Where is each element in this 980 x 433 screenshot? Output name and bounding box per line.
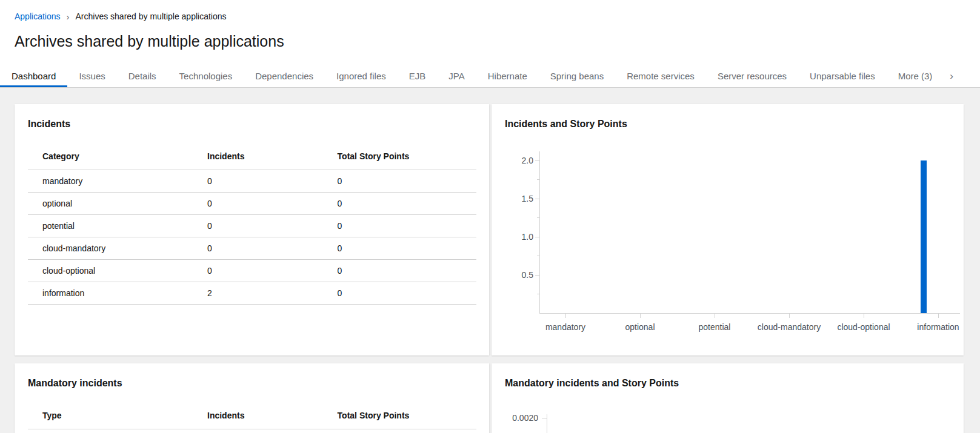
x-axis-tick xyxy=(864,314,864,318)
column-header-type: Type xyxy=(28,402,207,429)
table-row: information 2 0 xyxy=(28,282,476,304)
breadcrumb-link-applications[interactable]: Applications xyxy=(15,12,61,21)
cell-incidents: 2 xyxy=(207,282,338,304)
y-axis-line xyxy=(547,414,547,433)
table-header-row: Type Incidents Total Story Points xyxy=(28,402,476,429)
page-title: Archives shared by multiple applications xyxy=(15,33,284,50)
incidents-card: Incidents Category Incidents Total Story… xyxy=(15,104,489,355)
cell-incidents: 0 xyxy=(207,259,338,282)
y-axis-tick xyxy=(542,418,547,418)
cell-category: potential xyxy=(28,214,207,237)
incidents-card-title: Incidents xyxy=(28,119,70,130)
y-tick-label: 2.0 xyxy=(507,155,533,166)
y-tick-label: 0.0020 xyxy=(502,412,538,423)
tab-spring-beans[interactable]: Spring beans xyxy=(539,65,615,87)
cell-category: mandatory xyxy=(28,170,207,192)
tab-remote-services[interactable]: Remote services xyxy=(615,65,706,87)
table-row: cloud-mandatory 0 0 xyxy=(28,237,476,259)
cell-story-points: 0 xyxy=(338,170,476,192)
cell-incidents: 0 xyxy=(207,214,338,237)
tab-more-overflow[interactable]: More (3) xyxy=(887,65,944,87)
table-row: optional 0 0 xyxy=(28,192,476,214)
tab-dependencies[interactable]: Dependencies xyxy=(244,65,325,87)
column-header-incidents: Incidents xyxy=(207,143,338,170)
cell-incidents: 0 xyxy=(207,237,338,259)
cell-story-points: 0 xyxy=(338,192,476,214)
tab-hibernate[interactable]: Hibernate xyxy=(476,65,539,87)
dashboard-content: Incidents Category Incidents Total Story… xyxy=(0,88,980,433)
tab-ignored-files[interactable]: Ignored files xyxy=(325,65,398,87)
table-row: potential 0 0 xyxy=(28,214,476,237)
x-category-label: potential xyxy=(672,322,757,332)
x-axis-tick xyxy=(938,314,939,318)
cell-incidents: 0 xyxy=(207,192,338,214)
cell-incidents: 0 xyxy=(207,170,338,192)
x-category-label: cloud-mandatory xyxy=(747,322,832,332)
cell-story-points: 0 xyxy=(338,259,476,282)
y-axis-tick xyxy=(535,160,539,161)
y-axis-tick xyxy=(535,199,539,199)
bar-information xyxy=(921,160,927,313)
column-header-total-story-points: Total Story Points xyxy=(338,402,476,429)
cell-story-points: 0 xyxy=(338,214,476,237)
tab-server-resources[interactable]: Server resources xyxy=(706,65,798,87)
y-axis-tick xyxy=(535,275,539,276)
table-header-row: Category Incidents Total Story Points xyxy=(28,143,476,170)
breadcrumb: Applications › Archives shared by multip… xyxy=(15,12,227,21)
mandatory-incidents-title: Mandatory incidents xyxy=(28,378,122,389)
x-axis-tick xyxy=(715,314,715,318)
tab-issues[interactable]: Issues xyxy=(67,65,116,87)
table-row: cloud-optional 0 0 xyxy=(28,259,476,282)
breadcrumb-divider-icon: › xyxy=(67,12,70,21)
y-tick-label: 1.0 xyxy=(507,231,533,242)
cell-category: cloud-mandatory xyxy=(28,237,207,259)
column-header-category: Category xyxy=(28,143,207,170)
cell-category: information xyxy=(28,282,207,304)
incidents-chart-title: Incidents and Story Points xyxy=(505,119,627,130)
y-tick-label: 0.5 xyxy=(507,269,533,280)
x-axis-tick xyxy=(640,314,641,318)
x-axis-line xyxy=(539,313,960,314)
cell-story-points: 0 xyxy=(338,282,476,304)
tab-unparsable-files[interactable]: Unparsable files xyxy=(798,65,887,87)
x-category-label: mandatory xyxy=(523,322,608,332)
tab-ejb[interactable]: EJB xyxy=(398,65,438,87)
mandatory-incidents-card: Mandatory incidents Type Incidents Total… xyxy=(15,363,489,433)
tab-jpa[interactable]: JPA xyxy=(437,65,476,87)
x-category-label: information xyxy=(896,322,980,332)
tabs-bar: Dashboard Issues Details Technologies De… xyxy=(0,65,980,88)
incidents-chart-card: Incidents and Story Points 2.0 1.5 1.0 0… xyxy=(492,104,964,355)
x-category-label: cloud-optional xyxy=(821,322,906,332)
y-tick-label: 1.5 xyxy=(507,193,533,204)
cell-category: cloud-optional xyxy=(28,259,207,282)
mandatory-chart-title: Mandatory incidents and Story Points xyxy=(505,378,679,389)
column-header-total-story-points: Total Story Points xyxy=(338,143,476,170)
x-axis-tick xyxy=(789,314,790,318)
mandatory-incidents-table: Type Incidents Total Story Points xyxy=(28,402,476,429)
tab-details[interactable]: Details xyxy=(117,65,168,87)
cell-category: optional xyxy=(28,192,207,214)
y-axis-tick xyxy=(535,237,539,237)
tab-technologies[interactable]: Technologies xyxy=(168,65,244,87)
mandatory-chart-card: Mandatory incidents and Story Points 0.0… xyxy=(492,363,964,433)
tab-dashboard[interactable]: Dashboard xyxy=(0,65,67,87)
application-report-page: Applications › Archives shared by multip… xyxy=(0,0,980,433)
y-axis-line xyxy=(539,151,540,314)
x-category-label: optional xyxy=(598,322,682,332)
chevron-right-icon[interactable]: › xyxy=(944,65,959,87)
table-row: mandatory 0 0 xyxy=(28,170,476,192)
cell-story-points: 0 xyxy=(338,237,476,259)
column-header-incidents: Incidents xyxy=(207,402,338,429)
breadcrumb-current: Archives shared by multiple applications xyxy=(76,12,227,21)
x-axis-tick xyxy=(565,314,566,318)
incidents-table: Category Incidents Total Story Points ma… xyxy=(28,143,476,305)
